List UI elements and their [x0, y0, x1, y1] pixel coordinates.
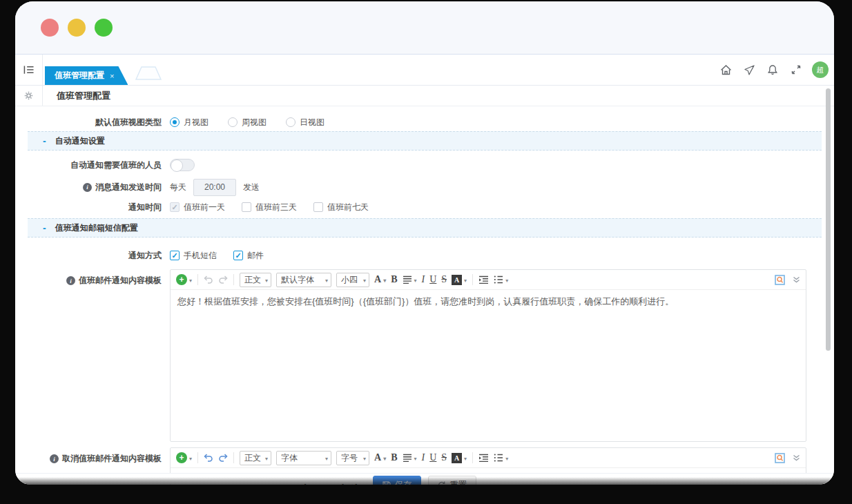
fullscreen-expand-icon[interactable]: [788, 65, 804, 75]
font-size-select[interactable]: 字号: [336, 451, 369, 465]
gear-rail: [15, 86, 43, 106]
notify-method-label: 通知方式: [15, 250, 162, 262]
checkbox-sms[interactable]: 手机短信: [170, 250, 217, 262]
notify-method-options: 手机短信 邮件: [170, 250, 264, 262]
browser-window: 值班管理配置 × 超: [15, 1, 834, 485]
font-family-select[interactable]: 字体: [276, 451, 331, 465]
plus-icon: [176, 274, 187, 285]
chevron-down-icon: [462, 453, 467, 463]
divider: [472, 274, 473, 285]
send-time-suffix: 发送: [243, 182, 260, 193]
tab-duty-config[interactable]: 值班管理配置 ×: [45, 66, 128, 85]
collapse-minus-icon[interactable]: -: [43, 136, 46, 146]
checkbox-seven-days-before[interactable]: 值班前七天: [313, 202, 369, 213]
row-duty-mail-template: 值班邮件通知内容模板 正文 默认字体 小四 A: [15, 269, 834, 442]
indent-button[interactable]: [478, 454, 489, 462]
info-icon[interactable]: [50, 454, 59, 463]
checkbox-three-days-before[interactable]: 值班前三天: [242, 202, 297, 213]
traffic-light-maximize-icon[interactable]: [95, 19, 113, 37]
radio-week-view[interactable]: 周视图: [228, 117, 267, 128]
tab-close-icon[interactable]: ×: [110, 72, 114, 80]
menu-fold-icon[interactable]: [23, 65, 34, 75]
chevron-down-icon: [412, 453, 417, 463]
font-color-button[interactable]: A: [374, 274, 386, 285]
divider: [233, 274, 234, 285]
radio-day-view[interactable]: 日视图: [286, 117, 325, 128]
section-mail-sms[interactable]: - 值班通知邮箱短信配置: [28, 218, 822, 238]
section-title: 自动通知设置: [55, 135, 105, 147]
undo-button[interactable]: [204, 275, 213, 284]
collapse-toolbar-icon[interactable]: [793, 454, 800, 461]
info-icon[interactable]: [83, 183, 92, 192]
font-family-select[interactable]: 默认字体: [276, 273, 331, 287]
window-titlebar: [15, 1, 834, 55]
ordered-list-button[interactable]: [494, 275, 508, 284]
chevron-down-icon: [323, 453, 328, 463]
radio-month-view[interactable]: 月视图: [170, 117, 209, 128]
send-plane-icon[interactable]: [742, 65, 757, 75]
chevron-down-icon: [263, 275, 268, 284]
insert-plus-button[interactable]: [176, 452, 192, 463]
strikethrough-button[interactable]: S: [441, 274, 447, 285]
reset-button[interactable]: 重置: [428, 476, 476, 485]
bold-button[interactable]: B: [391, 452, 397, 463]
preview-button[interactable]: [775, 453, 785, 463]
chevron-down-icon: [503, 275, 508, 284]
bold-button[interactable]: B: [391, 274, 397, 285]
checkbox-email[interactable]: 邮件: [233, 250, 264, 262]
traffic-light-minimize-icon[interactable]: [68, 19, 86, 37]
footer-action-bar: 保存 重置: [15, 473, 834, 484]
radio-dot-icon: [228, 117, 238, 127]
refresh-icon: [438, 481, 446, 485]
background-color-button[interactable]: A: [452, 275, 467, 285]
ordered-list-button[interactable]: [494, 453, 508, 463]
strikethrough-button[interactable]: S: [441, 452, 447, 463]
tab-label: 值班管理配置: [55, 70, 104, 81]
divider: [233, 452, 234, 463]
page-title: 值班管理配置: [57, 86, 110, 106]
editor-content[interactable]: 您好！根据值班安排，您被安排在{值班时间}（{值班部门}）值班，请您准时到岗，认…: [171, 290, 806, 314]
info-icon[interactable]: [66, 276, 75, 285]
chevron-down-icon: [462, 275, 467, 284]
user-avatar[interactable]: 超: [812, 61, 829, 78]
checkbox-icon: [233, 251, 243, 260]
preview-button[interactable]: [775, 275, 785, 285]
send-time-input[interactable]: [193, 179, 236, 196]
save-button[interactable]: 保存: [373, 476, 421, 485]
indent-button[interactable]: [478, 275, 489, 284]
chevron-down-icon: [381, 274, 386, 285]
italic-button[interactable]: I: [422, 274, 425, 285]
notify-time-options: 值班前一天 值班前三天 值班前七天: [170, 202, 369, 213]
paragraph-select[interactable]: 正文: [240, 451, 271, 465]
send-time-prefix: 每天: [170, 182, 186, 193]
italic-button[interactable]: I: [422, 452, 425, 463]
section-auto-notify[interactable]: - 自动通知设置: [28, 131, 822, 151]
chevron-down-icon: [323, 275, 328, 284]
bell-icon[interactable]: [765, 64, 780, 75]
undo-button[interactable]: [204, 454, 213, 462]
chevron-down-icon: [361, 275, 366, 284]
auto-notify-toggle[interactable]: [170, 159, 195, 171]
align-button[interactable]: [403, 275, 417, 284]
sidebar-rail: [15, 55, 43, 85]
background-color-button[interactable]: A: [452, 453, 467, 463]
underline-button[interactable]: U: [429, 452, 436, 463]
topbar-actions: 超: [718, 55, 829, 85]
row-notify-method: 通知方式 手机短信 邮件: [15, 250, 834, 261]
vertical-scrollbar[interactable]: [826, 88, 831, 351]
underline-button[interactable]: U: [429, 274, 436, 285]
traffic-light-close-icon[interactable]: [41, 19, 59, 37]
editor-toolbar: 正文 默认字体 小四 A B I U S A: [171, 270, 806, 290]
paragraph-select[interactable]: 正文: [240, 273, 271, 287]
redo-button[interactable]: [218, 275, 228, 284]
redo-button[interactable]: [218, 454, 228, 462]
home-icon[interactable]: [718, 65, 733, 75]
collapse-toolbar-icon[interactable]: [793, 276, 800, 283]
insert-plus-button[interactable]: [176, 274, 192, 285]
editor-toolbar: 正文 字体 字号 A B I U S A: [171, 448, 806, 468]
align-button[interactable]: [403, 453, 417, 463]
font-size-select[interactable]: 小四: [336, 273, 369, 287]
view-type-options: 月视图 周视图 日视图: [170, 117, 325, 128]
font-color-button[interactable]: A: [374, 452, 386, 463]
collapse-minus-icon[interactable]: -: [43, 223, 46, 233]
